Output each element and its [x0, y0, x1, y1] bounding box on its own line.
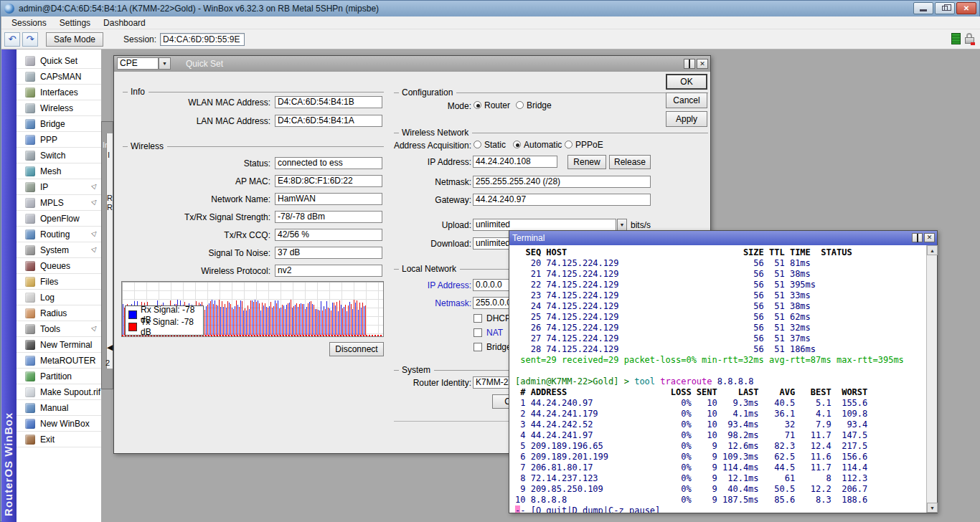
address-acquisition-radio-pppoe[interactable]: PPPoE — [565, 140, 603, 149]
info-group-header: Info — [123, 87, 384, 96]
sidebar-item-new-winbox[interactable]: New WinBox — [17, 416, 101, 432]
sidebar-item-label: Quick Set — [40, 56, 77, 66]
sidebar-item-routing[interactable]: Routing▷ — [17, 227, 101, 242]
prompt-segment: traceroute — [660, 376, 717, 386]
menu-item-sessions[interactable]: Sessions — [6, 17, 52, 29]
sidebar-item-label: Wireless — [40, 103, 73, 113]
local-network-checkbox-bridge[interactable]: Bridge — [473, 342, 512, 351]
address-acquisition-radio-automatic[interactable]: Automatic — [513, 140, 562, 149]
checkbox-label: DHCP — [486, 313, 511, 323]
wireless-row-label: Signal To Noise: — [121, 248, 270, 258]
mesh-icon — [25, 166, 35, 176]
scroll-up-button[interactable]: ▲ — [927, 245, 938, 255]
sidebar-item-capsman[interactable]: CAPsMAN — [17, 69, 101, 85]
sidebar-item-wireless[interactable]: Wireless — [17, 100, 101, 116]
checkbox-icon — [473, 343, 482, 351]
quickset-close-button[interactable]: ✕ — [697, 59, 708, 69]
sidebar-item-interfaces[interactable]: Interfaces — [17, 85, 101, 100]
sidebar-item-ppp[interactable]: PPP — [17, 132, 101, 148]
sidebar-item-make-supout[interactable]: Make Supout.rif — [17, 384, 101, 400]
terminal-line: 10 8.8.8.8 0% 9 187.5ms 85.6 8.3 188.6 — [515, 495, 926, 506]
local-network-checkbox-nat[interactable]: NAT — [473, 328, 503, 337]
sidebar-item-tools[interactable]: Tools▷ — [17, 321, 101, 337]
sidebar-item-log[interactable]: Log — [17, 290, 101, 305]
close-icon: ✕ — [699, 60, 705, 67]
checkbox-label: Bridge — [486, 342, 512, 352]
lan-mac-field[interactable]: D4:CA:6D:54:B4:1A — [275, 115, 382, 127]
minimize-button[interactable] — [913, 2, 933, 14]
configuration-group-header: Configuration — [394, 88, 708, 97]
metarouter-icon — [25, 356, 35, 366]
sidebar-item-new-terminal[interactable]: New Terminal — [17, 337, 101, 353]
redo-button[interactable]: ↷ — [22, 32, 38, 47]
quickset-maximize-button[interactable] — [684, 59, 695, 69]
obscured-window-fragment: I — [108, 151, 110, 159]
terminal-line: 22 74.125.224.129 56 51 395ms — [515, 280, 926, 290]
gateway-field[interactable]: 44.24.240.97 — [473, 194, 651, 206]
safe-mode-button[interactable]: Safe Mode — [46, 32, 103, 47]
wireless-row-label: Tx/Rx Signal Strength: — [121, 212, 270, 222]
terminal-line: 4 44.24.241.97 0% 10 98.2ms 71 11.7 147.… — [515, 430, 926, 441]
sidebar-item-bridge[interactable]: Bridge — [17, 116, 101, 132]
sidebar-item-radius[interactable]: Radius — [17, 305, 101, 321]
sidebar-item-files[interactable]: Files — [17, 274, 101, 290]
sidebar-item-system[interactable]: System▷ — [17, 242, 101, 258]
mode-radio-router[interactable]: Router — [473, 100, 510, 110]
release-button[interactable]: Release — [609, 155, 651, 169]
sidebar-item-manual[interactable]: Manual — [17, 400, 101, 416]
sidebar-item-ip[interactable]: IP▷ — [17, 179, 101, 195]
sidebar-item-exit[interactable]: Exit — [17, 432, 101, 447]
local-network-checkbox-dhcp[interactable]: DHCP — [473, 313, 511, 323]
undo-button[interactable]: ↶ — [4, 32, 20, 47]
quickset-mode-combo-arrow[interactable]: ▼ — [159, 57, 171, 70]
session-field[interactable]: D4:CA:6D:9D:55:9E — [160, 33, 245, 46]
terminal-close-button[interactable]: ✕ — [924, 233, 935, 242]
terminal-line: 23 74.125.224.129 56 51 33ms — [515, 290, 926, 301]
terminal-line: 5 209.189.196.65 0% 9 12.6ms 82.3 12.4 2… — [515, 441, 926, 452]
upload-field[interactable]: unlimited — [473, 219, 616, 231]
session-label: Session: — [123, 34, 156, 44]
close-button[interactable]: ✕ — [956, 2, 976, 14]
legend-row: Tx Signal: -78 dB — [128, 321, 200, 333]
sidebar-item-switch[interactable]: Switch — [17, 148, 101, 163]
sidebar-item-mpls[interactable]: MPLS▷ — [17, 195, 101, 211]
sidebar-item-quick-set[interactable]: Quick Set — [17, 53, 101, 69]
address-acquisition-radio-static[interactable]: Static — [473, 140, 506, 149]
wan-netmask-field[interactable]: 255.255.255.240 (/28) — [473, 176, 651, 188]
obscured-window-fragment: 2 — [105, 359, 110, 367]
sidebar-item-queues[interactable]: Queues — [17, 258, 101, 274]
terminal-scrollbar[interactable]: ▲ ▼ — [926, 245, 937, 513]
terminal-maximize-button[interactable] — [912, 233, 923, 242]
graph-legend: Rx Signal: -78 dBTx Signal: -78 dB — [125, 305, 204, 336]
scroll-down-button[interactable]: ▼ — [927, 503, 938, 513]
terminal-title-bar: Terminal ✕ — [509, 231, 937, 245]
prompt-segment: 8.8.8.8 — [717, 376, 754, 386]
sidebar-item-label: Partition — [40, 371, 72, 381]
restore-button[interactable] — [935, 2, 955, 14]
wan-ip-label: IP Address: — [328, 157, 471, 167]
ok-button[interactable]: OK — [666, 74, 707, 90]
renew-button[interactable]: Renew — [567, 155, 606, 169]
wireless-row-field[interactable]: nv2 — [275, 265, 382, 277]
disconnect-button[interactable]: Disconnect — [329, 342, 384, 356]
sidebar-item-mesh[interactable]: Mesh — [17, 163, 101, 179]
radio-label: Router — [484, 100, 510, 110]
wan-ip-field[interactable]: 44.24.240.108 — [473, 156, 557, 168]
mpls-icon — [25, 198, 35, 208]
radio-icon — [473, 101, 481, 109]
mode-radio-bridge[interactable]: Bridge — [516, 100, 552, 110]
sidebar-item-metarouter[interactable]: MetaROUTER — [17, 353, 101, 369]
upload-combo-arrow[interactable]: ▼ — [617, 219, 627, 231]
window-title: admin@D4:CA:6D:54:B4:1A (K7MM-22>Gold) -… — [19, 4, 379, 14]
menu-item-dashboard[interactable]: Dashboard — [98, 17, 151, 29]
apply-button[interactable]: Apply — [666, 111, 707, 127]
quickset-mode-combobox[interactable]: CPE — [117, 57, 159, 70]
openflow-icon — [25, 214, 35, 224]
sidebar-item-openflow[interactable]: OpenFlow — [17, 211, 101, 227]
menu-item-settings[interactable]: Settings — [54, 17, 96, 29]
cancel-button[interactable]: Cancel — [666, 92, 707, 108]
sidebar-item-label: Tools — [40, 324, 60, 334]
sidebar-item-label: Queues — [40, 261, 70, 271]
ppp-icon — [25, 135, 35, 145]
sidebar-item-partition[interactable]: Partition — [17, 369, 101, 384]
